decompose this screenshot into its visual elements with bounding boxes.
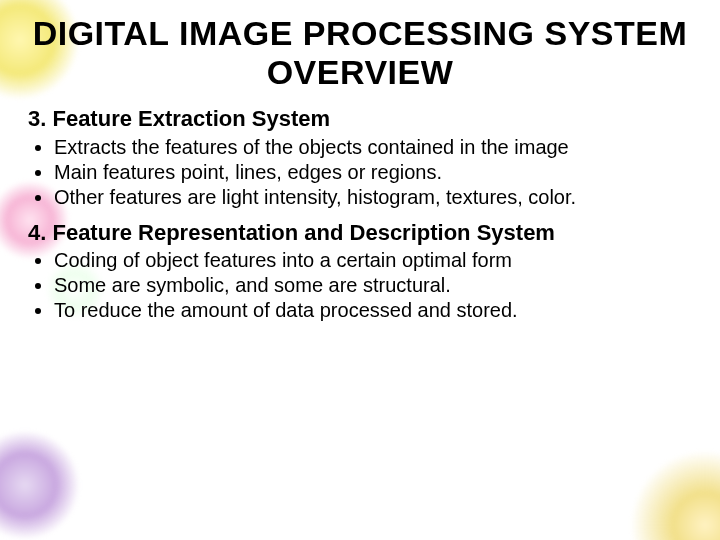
bullet-item: Some are symbolic, and some are structur… (54, 273, 692, 298)
slide-content: DIGITAL IMAGE PROCESSING SYSTEM OVERVIEW… (0, 0, 720, 323)
decor-blob (0, 430, 80, 540)
bullet-item: Extracts the features of the objects con… (54, 135, 692, 160)
section-heading: 3. Feature Extraction System (28, 106, 692, 132)
section-heading: 4. Feature Representation and Descriptio… (28, 220, 692, 246)
bullet-list: Extracts the features of the objects con… (28, 135, 692, 210)
bullet-item: Coding of object features into a certain… (54, 248, 692, 273)
bullet-item: Main features point, lines, edges or reg… (54, 160, 692, 185)
bullet-item: To reduce the amount of data processed a… (54, 298, 692, 323)
decor-blob (630, 450, 720, 540)
bullet-item: Other features are light intensity, hist… (54, 185, 692, 210)
slide-title: DIGITAL IMAGE PROCESSING SYSTEM OVERVIEW (28, 14, 692, 92)
bullet-list: Coding of object features into a certain… (28, 248, 692, 323)
